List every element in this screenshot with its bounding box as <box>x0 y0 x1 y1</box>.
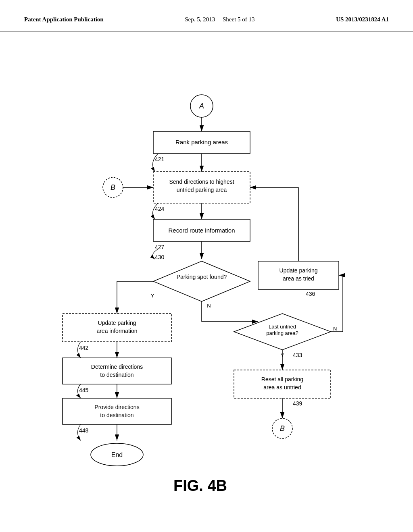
svg-text:Update parking: Update parking <box>280 267 318 274</box>
publication-date: Sep. 5, 2013 <box>185 16 215 23</box>
svg-text:430: 430 <box>155 254 165 260</box>
svg-text:442: 442 <box>79 345 89 351</box>
svg-text:Last untried: Last untried <box>269 324 296 330</box>
svg-rect-57 <box>63 358 171 384</box>
svg-text:B: B <box>111 183 115 191</box>
svg-text:421: 421 <box>155 156 165 162</box>
svg-text:439: 439 <box>293 400 302 407</box>
svg-text:Reset all parking: Reset all parking <box>261 376 303 382</box>
svg-text:433: 433 <box>293 352 302 358</box>
svg-text:Update parking: Update parking <box>98 320 136 326</box>
svg-text:B: B <box>280 424 285 432</box>
svg-text:427: 427 <box>155 244 165 250</box>
svg-text:Y: Y <box>151 293 154 299</box>
svg-text:445: 445 <box>79 387 89 393</box>
svg-text:N: N <box>333 326 337 332</box>
svg-text:End: End <box>111 451 123 458</box>
svg-marker-21 <box>153 261 250 301</box>
svg-text:424: 424 <box>155 206 165 212</box>
svg-rect-62 <box>63 398 171 424</box>
sheet-info: Sheet 5 of 13 <box>223 16 255 23</box>
svg-text:parking area?: parking area? <box>266 330 298 336</box>
page-header: Patent Application Publication Sep. 5, 2… <box>0 0 413 31</box>
diagram-area: A Rank parking areas 421 B Send directio… <box>0 31 413 523</box>
svg-text:436: 436 <box>306 291 315 297</box>
svg-text:untried parking area: untried parking area <box>177 187 227 193</box>
svg-text:to destination: to destination <box>100 372 133 378</box>
svg-text:Send directions to highest: Send directions to highest <box>169 179 234 185</box>
svg-text:area as tried: area as tried <box>283 275 314 282</box>
svg-text:FIG. 4B: FIG. 4B <box>173 477 227 494</box>
patent-number: US 2013/0231824 A1 <box>336 16 389 23</box>
svg-text:Determine directions: Determine directions <box>91 364 143 370</box>
svg-text:Rank parking areas: Rank parking areas <box>175 139 228 145</box>
svg-text:A: A <box>199 102 204 110</box>
svg-text:Provide directions: Provide directions <box>94 404 139 410</box>
svg-text:N: N <box>207 303 211 309</box>
svg-text:Record route information: Record route information <box>168 227 235 234</box>
publication-title: Patent Application Publication <box>24 16 104 23</box>
svg-text:area information: area information <box>96 328 137 334</box>
svg-text:area as untried: area as untried <box>263 384 301 391</box>
svg-text:to destination: to destination <box>100 412 133 418</box>
svg-text:Parking spot found?: Parking spot found? <box>177 274 227 280</box>
header-center: Sep. 5, 2013 Sheet 5 of 13 <box>185 16 254 23</box>
svg-text:448: 448 <box>79 427 89 434</box>
